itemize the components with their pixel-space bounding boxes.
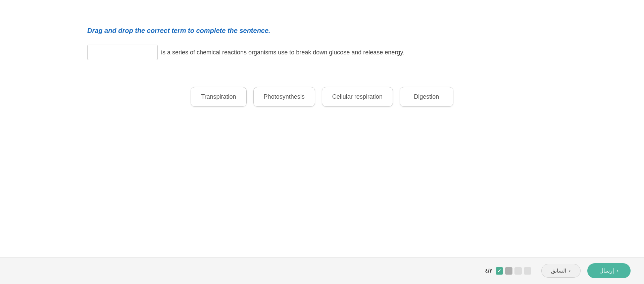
prev-label: السابق: [551, 268, 566, 274]
footer-progress: ٤/٢: [485, 267, 531, 275]
footer: ٤/٢ › السابق ‹ إرسال: [0, 257, 644, 284]
options-area: Transpiration Photosynthesis Cellular re…: [87, 87, 557, 107]
chevron-right-icon: ›: [569, 268, 571, 274]
option-digestion[interactable]: Digestion: [400, 87, 453, 107]
chevron-left-icon: ‹: [617, 268, 618, 274]
submit-label: إرسال: [599, 267, 614, 274]
progress-dot-3: [514, 267, 522, 275]
progress-text: ٤/٢: [485, 268, 492, 274]
sentence-suffix: is a series of chemical reactions organi…: [161, 47, 404, 58]
drop-zone[interactable]: [87, 45, 158, 60]
submit-button[interactable]: ‹ إرسال: [587, 263, 631, 278]
sentence-area: is a series of chemical reactions organi…: [87, 45, 557, 60]
option-transpiration[interactable]: Transpiration: [191, 87, 246, 107]
main-content: Drag and drop the correct term to comple…: [0, 0, 644, 257]
instruction-text: Drag and drop the correct term to comple…: [87, 27, 557, 35]
progress-dot-2: [505, 267, 512, 275]
progress-dots: [496, 267, 531, 275]
option-photosynthesis[interactable]: Photosynthesis: [253, 87, 315, 107]
option-cellular-respiration[interactable]: Cellular respiration: [322, 87, 393, 107]
progress-dot-1: [496, 267, 503, 275]
progress-dot-4: [524, 267, 531, 275]
prev-button[interactable]: › السابق: [541, 264, 580, 278]
